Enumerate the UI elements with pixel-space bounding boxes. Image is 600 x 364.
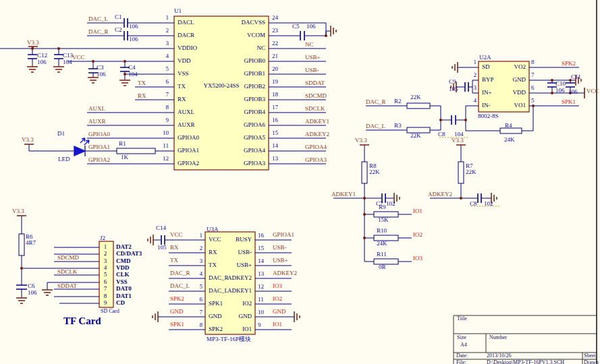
ref-r9: R9 — [379, 204, 386, 210]
pin-num-2: 2 — [104, 251, 107, 257]
pin-num-16: 16 — [272, 117, 278, 123]
pin-num-4: 4 — [200, 271, 203, 277]
val-22k: 22K — [369, 169, 380, 175]
ref-c14: C14 — [156, 225, 166, 231]
pin-name-vss: VSS — [178, 71, 189, 77]
net-label-sdcmd: SDCMD — [57, 255, 79, 261]
pin-num-3: 3 — [166, 40, 169, 47]
size-label: Size — [457, 335, 466, 340]
pin-name-gpiob4: GPIOB4 — [244, 109, 265, 115]
pin-num-9: 9 — [166, 117, 169, 123]
ref-u2a: U2A — [479, 55, 491, 61]
pin-name-adkey1: ADKEY1 — [227, 288, 252, 294]
pin-num-9: 9 — [104, 300, 107, 306]
led-icon[interactable] — [74, 138, 89, 156]
net-label-nc: NC — [305, 42, 314, 48]
pin-num-2: 2 — [166, 28, 169, 34]
pin-num-6: 6 — [166, 79, 169, 85]
net-label-rx: RX — [170, 245, 179, 251]
pin-name-tx: TX — [178, 84, 186, 90]
pin-name-usb: USB- — [238, 249, 252, 255]
val-104: 104 — [128, 71, 138, 78]
ref-j2: J2 — [100, 235, 105, 241]
pin-num-14: 14 — [272, 143, 278, 149]
part-yx5200-24ss: YX5200-24SS — [203, 83, 239, 89]
pin-num-21: 21 — [272, 53, 278, 59]
pin-name-adkey2: ADKEY2 — [227, 275, 252, 281]
pin-num-16: 16 — [258, 233, 264, 239]
pin-name-gnd: GND — [209, 313, 222, 320]
pin-name-vdd: VDD — [178, 58, 191, 64]
pin-name-io2: IO2 — [242, 301, 252, 307]
pin-num-15: 15 — [272, 130, 278, 136]
net-label-io2: IO2 — [413, 232, 422, 238]
pin-num-23: 23 — [272, 28, 278, 34]
pin-num-7: 7 — [104, 286, 107, 292]
val-0r: 0R — [379, 264, 386, 270]
pin-name-vcc: VCC — [209, 237, 221, 243]
ref-r3: R3 — [394, 123, 402, 129]
title-block-lines — [454, 315, 597, 364]
val-102: 102 — [386, 201, 396, 207]
net-label-io3: IO3 — [273, 283, 282, 289]
pin-name-in: IN- — [482, 102, 491, 109]
ref-r2: R2 — [394, 98, 402, 104]
val-15k: 15K — [378, 217, 389, 223]
val-106: 106 — [97, 71, 106, 78]
drawn-label: Drawn — [584, 360, 599, 364]
pin-num-4: 4 — [166, 53, 169, 59]
net-label-gpioa1: GPIOA1 — [88, 144, 110, 150]
section-title-tf-card: TF Card — [63, 316, 101, 327]
net-label-io2: IO2 — [273, 296, 282, 302]
date-label: Date: — [456, 353, 468, 359]
pin-num-1: 1 — [166, 15, 169, 21]
pin-name-gpiob3: GPIOB3 — [244, 96, 265, 102]
date-value: 2013/10/26 — [487, 353, 511, 359]
ref-c2: C2 — [115, 27, 122, 33]
pin-num-11: 11 — [258, 297, 264, 303]
title-label: Title — [457, 316, 467, 322]
net-label-v3-3: V3.3 — [452, 138, 464, 144]
ref-c8: C8 — [470, 201, 477, 207]
sheet-label: Sheet — [584, 353, 596, 359]
net-label-usb: USB+ — [305, 55, 321, 61]
part-sd-card: SD Card — [101, 309, 119, 314]
pin-name-gpioa0: GPIOA0 — [178, 135, 199, 141]
net-label-rx: RX — [138, 93, 146, 99]
pin-name-gpiob2: GPIOB2 — [244, 84, 265, 90]
pin-num-17: 17 — [272, 104, 278, 111]
pin-num-8: 8 — [531, 59, 535, 65]
pin-num-18: 18 — [272, 92, 278, 98]
schematic-canvas — [0, 0, 600, 364]
pin-num-6: 6 — [531, 85, 535, 91]
pin-num-3: 3 — [474, 85, 477, 91]
ref-u3a: U3A — [207, 226, 219, 233]
ref-r1: R1 — [119, 141, 126, 147]
pin-name-spk1: SPK1 — [209, 301, 223, 307]
net-label-dac-l: DAC_L — [170, 283, 190, 289]
net-label-adkey2: ADKEY2 — [428, 191, 452, 198]
size-value: A4 — [460, 342, 467, 348]
pin-num-9: 9 — [258, 322, 261, 328]
pin-num-10: 10 — [258, 309, 264, 315]
pin-name-nc: NC — [256, 45, 265, 51]
val-106: 106 — [28, 290, 37, 296]
net-label-dac-l: DAC_L — [366, 123, 385, 129]
pin-num-6: 6 — [200, 297, 203, 303]
pin-num-5: 5 — [531, 98, 535, 104]
pin-name-dacr: DACR — [178, 32, 194, 38]
pin-num-12: 12 — [163, 156, 169, 162]
pin-name-gpioa2: GPIOA2 — [178, 160, 199, 166]
val-22k: 22K — [410, 94, 421, 100]
pin-num-12: 12 — [258, 284, 264, 290]
net-label-spk1: SPK1 — [170, 322, 184, 328]
net-label-usb: USB+ — [273, 257, 288, 264]
pin-name-cd-dat3: CD/DAT3 — [116, 251, 142, 257]
pin-num-7: 7 — [531, 72, 535, 78]
pin-name-io1: IO1 — [242, 326, 252, 332]
pin-name-gnd: GND — [239, 313, 252, 320]
pin-num-5: 5 — [200, 284, 203, 290]
ref-c9: C9 — [449, 79, 456, 85]
val-22k: 22K — [410, 133, 421, 139]
val-106: 106 — [129, 36, 138, 42]
